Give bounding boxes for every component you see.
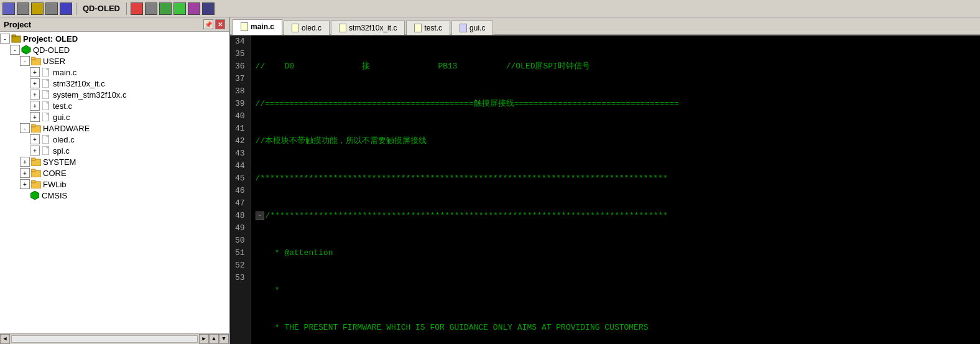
- scroll-up-btn[interactable]: ▲: [209, 334, 219, 344]
- tab-gui-c[interactable]: gui.c: [451, 21, 493, 35]
- line-num-51: 51: [235, 247, 245, 259]
- line-num-35: 35: [235, 48, 245, 60]
- tab-test-c[interactable]: test.c: [406, 21, 450, 35]
- toolbar-icon-10[interactable]: [188, 2, 200, 15]
- expand-main-c[interactable]: +: [30, 67, 40, 77]
- collapse-btn-38[interactable]: -: [256, 212, 264, 220]
- scroll-right-btn[interactable]: ▶: [199, 334, 209, 344]
- toolbar-icon-7[interactable]: [145, 2, 157, 15]
- svg-marker-12: [47, 101, 49, 103]
- code-text-area[interactable]: // D0 接 PB13 //OLED屏SPI时钟信号 //==========…: [251, 35, 980, 344]
- expand-spi-c[interactable]: +: [30, 146, 40, 156]
- tab-oled-c[interactable]: oled.c: [284, 21, 330, 35]
- project-label: Project: OLED: [23, 34, 78, 44]
- tree-item-system-folder[interactable]: + SYSTEM: [0, 156, 229, 167]
- project-header: Project 📌 ✕: [0, 17, 229, 32]
- main-c-label: main.c: [53, 68, 76, 77]
- svg-marker-18: [47, 135, 49, 137]
- test-c-icon: [41, 101, 51, 111]
- project-title: Project: [4, 20, 31, 29]
- toolbar-icon-6[interactable]: [131, 2, 143, 15]
- toolbar-icon-11[interactable]: [202, 2, 215, 15]
- code-line-39: * @attention: [256, 247, 975, 259]
- line-num-47: 47: [235, 197, 245, 210]
- svg-rect-26: [31, 180, 35, 183]
- tabs-bar: main.c oled.c stm32f10x_it.c test.c gui.…: [230, 17, 980, 35]
- hardware-label: HARDWARE: [43, 124, 90, 133]
- svg-marker-8: [47, 79, 49, 81]
- line-num-52: 52: [235, 259, 245, 272]
- spi-c-label: spi.c: [53, 146, 70, 156]
- tree-item-user[interactable]: - USER: [0, 55, 229, 67]
- tree-item-main-c[interactable]: + main.c: [0, 67, 229, 78]
- scroll-track[interactable]: [11, 335, 198, 343]
- tab-stm32-it-label: stm32f10x_it.c: [349, 24, 397, 32]
- expand-fwlib-folder[interactable]: +: [20, 179, 30, 189]
- user-folder-icon: [31, 56, 41, 66]
- tree-item-system[interactable]: + system_stm32f10x.c: [0, 89, 229, 100]
- tab-main-c-icon: [241, 22, 248, 31]
- code-line-37: /***************************************…: [256, 172, 975, 185]
- fwlib-folder-icon: [31, 179, 41, 189]
- tab-stm32-it-icon: [339, 24, 346, 32]
- tree-item-gui-c[interactable]: + gui.c: [0, 111, 229, 123]
- code-content[interactable]: 34 35 36 37 38 39 40 41 42 43 44 45 46 4…: [230, 35, 980, 344]
- line-num-53: 53: [235, 272, 245, 284]
- tree-item-project[interactable]: - Project: OLED: [0, 33, 229, 44]
- expand-user[interactable]: -: [20, 56, 30, 66]
- core-folder-label: CORE: [43, 169, 67, 178]
- expand-core-folder[interactable]: +: [20, 168, 30, 178]
- toolbar-icons: QD-OLED: [2, 2, 215, 15]
- test-c-label: test.c: [53, 101, 72, 111]
- toolbar-icon-2[interactable]: [17, 2, 29, 15]
- expand-system-folder[interactable]: +: [20, 157, 30, 167]
- toolbar-icon-8[interactable]: [159, 2, 172, 15]
- tree-item-test-c[interactable]: + test.c: [0, 100, 229, 111]
- tree-item-spi-c[interactable]: + spi.c: [0, 145, 229, 156]
- toolbar-title: QD-OLED: [80, 4, 122, 13]
- core-folder-icon: [31, 168, 41, 178]
- expand-gui-c[interactable]: +: [30, 112, 40, 122]
- toolbar-icon-4[interactable]: [45, 2, 58, 15]
- system-icon: [41, 90, 51, 100]
- expand-oled-c[interactable]: +: [30, 134, 40, 144]
- expand-system[interactable]: +: [30, 90, 40, 100]
- toolbar-separator-2: [126, 2, 127, 15]
- expand-hardware[interactable]: -: [20, 123, 30, 133]
- svg-marker-6: [47, 68, 49, 70]
- tab-stm32-it[interactable]: stm32f10x_it.c: [331, 21, 405, 35]
- tree-item-stm32-it[interactable]: + stm32f10x_it.c: [0, 78, 229, 89]
- tree-item-oled-c[interactable]: + oled.c: [0, 134, 229, 145]
- toolbar-icon-1[interactable]: [2, 2, 15, 15]
- project-scrollbar: ◀ ▶ ▲ ▼: [0, 333, 229, 344]
- project-panel: Project 📌 ✕ - Project: OLED: [0, 17, 230, 344]
- line-num-36: 36: [235, 60, 245, 73]
- toolbar-icon-3[interactable]: [31, 2, 44, 15]
- tree-item-fwlib-folder[interactable]: + FWLib: [0, 179, 229, 190]
- pin-button[interactable]: 📌: [203, 19, 213, 29]
- code-line-41: * THE PRESENT FIRMWARE WHICH IS FOR GUID…: [256, 322, 975, 334]
- line-num-37: 37: [235, 73, 245, 85]
- expand-qd-oled[interactable]: -: [10, 45, 20, 55]
- code-line-35: //======================================…: [256, 98, 975, 110]
- line-num-45: 45: [235, 172, 245, 185]
- expand-project[interactable]: -: [0, 34, 10, 44]
- qd-oled-label: QD-OLED: [33, 45, 70, 55]
- gui-c-icon: [41, 112, 51, 122]
- scroll-left-btn[interactable]: ◀: [0, 334, 10, 344]
- oled-c-icon: [41, 134, 51, 144]
- tree-item-cmsis[interactable]: CMSIS: [0, 190, 229, 201]
- expand-test-c[interactable]: +: [30, 101, 40, 111]
- close-button[interactable]: ✕: [215, 19, 225, 29]
- tree-item-qd-oled[interactable]: - QD-OLED: [0, 44, 229, 55]
- system-folder-label: SYSTEM: [43, 157, 76, 167]
- toolbar-icon-9[interactable]: [173, 2, 186, 15]
- tree-item-core-folder[interactable]: + CORE: [0, 167, 229, 179]
- stm32-it-icon: [41, 78, 51, 88]
- tab-main-c[interactable]: main.c: [233, 19, 282, 35]
- tab-gui-c-icon: [460, 24, 467, 32]
- scroll-down-btn[interactable]: ▼: [219, 334, 229, 344]
- tree-item-hardware[interactable]: - HARDWARE: [0, 123, 229, 134]
- toolbar-icon-5[interactable]: [60, 2, 72, 15]
- expand-stm32-it[interactable]: +: [30, 78, 40, 88]
